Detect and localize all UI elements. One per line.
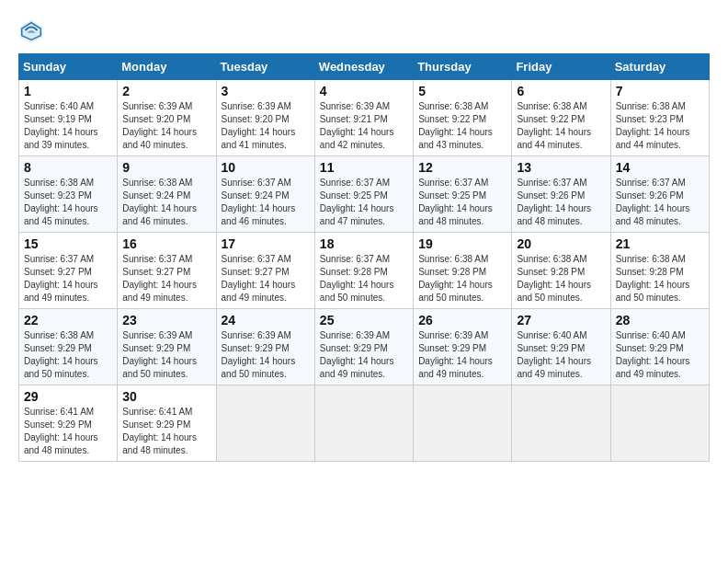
day-number: 25 bbox=[320, 313, 408, 327]
day-info: Sunrise: 6:37 AMSunset: 9:28 PMDaylight:… bbox=[320, 253, 408, 304]
day-info: Sunrise: 6:37 AMSunset: 9:26 PMDaylight:… bbox=[616, 177, 704, 228]
day-number: 21 bbox=[616, 236, 704, 251]
calendar-cell: 9Sunrise: 6:38 AMSunset: 9:24 PMDaylight… bbox=[118, 156, 216, 233]
calendar-cell: 10Sunrise: 6:37 AMSunset: 9:24 PMDayligh… bbox=[216, 156, 314, 233]
calendar-cell: 11Sunrise: 6:37 AMSunset: 9:25 PMDayligh… bbox=[314, 156, 413, 233]
calendar-cell: 2Sunrise: 6:39 AMSunset: 9:20 PMDaylight… bbox=[118, 80, 216, 156]
day-info: Sunrise: 6:38 AMSunset: 9:22 PMDaylight:… bbox=[517, 100, 605, 152]
day-number: 13 bbox=[517, 160, 605, 175]
day-info: Sunrise: 6:37 AMSunset: 9:27 PMDaylight:… bbox=[24, 253, 112, 304]
calendar-cell: 16Sunrise: 6:37 AMSunset: 9:27 PMDayligh… bbox=[118, 233, 216, 309]
calendar-week-row: 22Sunrise: 6:38 AMSunset: 9:29 PMDayligh… bbox=[19, 309, 710, 385]
day-info: Sunrise: 6:39 AMSunset: 9:20 PMDaylight:… bbox=[222, 100, 310, 152]
day-info: Sunrise: 6:39 AMSunset: 9:21 PMDaylight:… bbox=[320, 100, 408, 152]
day-number: 14 bbox=[616, 160, 704, 175]
day-number: 7 bbox=[616, 84, 704, 98]
calendar-table: SundayMondayTuesdayWednesdayThursdayFrid… bbox=[18, 53, 710, 462]
calendar-cell: 19Sunrise: 6:38 AMSunset: 9:28 PMDayligh… bbox=[414, 233, 512, 309]
calendar-cell: 7Sunrise: 6:38 AMSunset: 9:23 PMDaylight… bbox=[610, 80, 709, 156]
day-number: 10 bbox=[222, 160, 310, 175]
calendar-cell: 27Sunrise: 6:40 AMSunset: 9:29 PMDayligh… bbox=[512, 309, 610, 385]
day-number: 6 bbox=[517, 84, 605, 98]
weekday-header-wednesday: Wednesday bbox=[314, 54, 413, 80]
calendar-week-row: 15Sunrise: 6:37 AMSunset: 9:27 PMDayligh… bbox=[19, 233, 710, 309]
calendar-week-row: 1Sunrise: 6:40 AMSunset: 9:19 PMDaylight… bbox=[19, 80, 710, 156]
day-number: 27 bbox=[517, 313, 605, 327]
weekday-header-row: SundayMondayTuesdayWednesdayThursdayFrid… bbox=[19, 54, 710, 80]
day-number: 28 bbox=[616, 313, 704, 327]
day-number: 30 bbox=[122, 389, 210, 404]
day-number: 18 bbox=[320, 236, 408, 251]
day-info: Sunrise: 6:38 AMSunset: 9:28 PMDaylight:… bbox=[616, 253, 704, 304]
day-number: 19 bbox=[418, 236, 506, 251]
day-info: Sunrise: 6:37 AMSunset: 9:25 PMDaylight:… bbox=[418, 177, 506, 228]
day-info: Sunrise: 6:39 AMSunset: 9:20 PMDaylight:… bbox=[122, 100, 210, 152]
day-info: Sunrise: 6:37 AMSunset: 9:25 PMDaylight:… bbox=[320, 177, 408, 228]
day-number: 11 bbox=[320, 160, 408, 175]
day-info: Sunrise: 6:39 AMSunset: 9:29 PMDaylight:… bbox=[122, 329, 210, 381]
day-number: 8 bbox=[24, 160, 112, 175]
day-number: 9 bbox=[122, 160, 210, 175]
day-info: Sunrise: 6:37 AMSunset: 9:27 PMDaylight:… bbox=[222, 253, 310, 304]
weekday-header-saturday: Saturday bbox=[610, 54, 709, 80]
day-info: Sunrise: 6:38 AMSunset: 9:23 PMDaylight:… bbox=[24, 177, 112, 228]
day-number: 20 bbox=[517, 236, 605, 251]
calendar-cell: 1Sunrise: 6:40 AMSunset: 9:19 PMDaylight… bbox=[19, 80, 118, 156]
day-number: 26 bbox=[418, 313, 506, 327]
calendar-cell: 12Sunrise: 6:37 AMSunset: 9:25 PMDayligh… bbox=[414, 156, 512, 233]
day-number: 1 bbox=[24, 84, 112, 98]
day-info: Sunrise: 6:38 AMSunset: 9:29 PMDaylight:… bbox=[24, 329, 112, 381]
calendar-cell: 15Sunrise: 6:37 AMSunset: 9:27 PMDayligh… bbox=[19, 233, 118, 309]
day-number: 3 bbox=[222, 84, 310, 98]
weekday-header-friday: Friday bbox=[512, 54, 610, 80]
day-number: 17 bbox=[222, 236, 310, 251]
day-number: 22 bbox=[24, 313, 112, 327]
day-number: 5 bbox=[418, 84, 506, 98]
calendar-cell bbox=[216, 385, 314, 462]
day-number: 12 bbox=[418, 160, 506, 175]
calendar-cell: 29Sunrise: 6:41 AMSunset: 9:29 PMDayligh… bbox=[19, 385, 118, 462]
weekday-header-tuesday: Tuesday bbox=[216, 54, 314, 80]
day-number: 24 bbox=[222, 313, 310, 327]
calendar-cell: 8Sunrise: 6:38 AMSunset: 9:23 PMDaylight… bbox=[19, 156, 118, 233]
day-info: Sunrise: 6:41 AMSunset: 9:29 PMDaylight:… bbox=[122, 406, 210, 457]
day-info: Sunrise: 6:41 AMSunset: 9:29 PMDaylight:… bbox=[24, 406, 112, 457]
weekday-header-sunday: Sunday bbox=[19, 54, 118, 80]
calendar-cell: 21Sunrise: 6:38 AMSunset: 9:28 PMDayligh… bbox=[610, 233, 709, 309]
day-info: Sunrise: 6:37 AMSunset: 9:26 PMDaylight:… bbox=[517, 177, 605, 228]
general-blue-icon bbox=[18, 18, 44, 44]
day-info: Sunrise: 6:38 AMSunset: 9:28 PMDaylight:… bbox=[517, 253, 605, 304]
calendar-cell bbox=[414, 385, 512, 462]
day-info: Sunrise: 6:39 AMSunset: 9:29 PMDaylight:… bbox=[222, 329, 310, 381]
calendar-cell bbox=[512, 385, 610, 462]
day-info: Sunrise: 6:38 AMSunset: 9:28 PMDaylight:… bbox=[418, 253, 506, 304]
calendar-cell: 18Sunrise: 6:37 AMSunset: 9:28 PMDayligh… bbox=[314, 233, 413, 309]
calendar-cell: 17Sunrise: 6:37 AMSunset: 9:27 PMDayligh… bbox=[216, 233, 314, 309]
calendar-cell bbox=[314, 385, 413, 462]
calendar-cell: 5Sunrise: 6:38 AMSunset: 9:22 PMDaylight… bbox=[414, 80, 512, 156]
day-number: 4 bbox=[320, 84, 408, 98]
calendar-cell: 3Sunrise: 6:39 AMSunset: 9:20 PMDaylight… bbox=[216, 80, 314, 156]
day-number: 16 bbox=[122, 236, 210, 251]
calendar-cell: 6Sunrise: 6:38 AMSunset: 9:22 PMDaylight… bbox=[512, 80, 610, 156]
day-number: 15 bbox=[24, 236, 112, 251]
calendar-cell: 20Sunrise: 6:38 AMSunset: 9:28 PMDayligh… bbox=[512, 233, 610, 309]
day-number: 23 bbox=[122, 313, 210, 327]
logo bbox=[18, 18, 46, 44]
day-info: Sunrise: 6:38 AMSunset: 9:24 PMDaylight:… bbox=[122, 177, 210, 228]
day-info: Sunrise: 6:37 AMSunset: 9:24 PMDaylight:… bbox=[222, 177, 310, 228]
day-info: Sunrise: 6:37 AMSunset: 9:27 PMDaylight:… bbox=[122, 253, 210, 304]
calendar-cell: 23Sunrise: 6:39 AMSunset: 9:29 PMDayligh… bbox=[118, 309, 216, 385]
calendar-cell: 14Sunrise: 6:37 AMSunset: 9:26 PMDayligh… bbox=[610, 156, 709, 233]
page-header bbox=[18, 18, 710, 44]
day-info: Sunrise: 6:40 AMSunset: 9:29 PMDaylight:… bbox=[616, 329, 704, 381]
logo-inner bbox=[18, 18, 46, 44]
day-info: Sunrise: 6:40 AMSunset: 9:19 PMDaylight:… bbox=[24, 100, 112, 152]
calendar-cell: 28Sunrise: 6:40 AMSunset: 9:29 PMDayligh… bbox=[610, 309, 709, 385]
calendar-cell: 4Sunrise: 6:39 AMSunset: 9:21 PMDaylight… bbox=[314, 80, 413, 156]
day-info: Sunrise: 6:38 AMSunset: 9:22 PMDaylight:… bbox=[418, 100, 506, 152]
day-number: 29 bbox=[24, 389, 112, 404]
day-info: Sunrise: 6:39 AMSunset: 9:29 PMDaylight:… bbox=[418, 329, 506, 381]
calendar-cell: 30Sunrise: 6:41 AMSunset: 9:29 PMDayligh… bbox=[118, 385, 216, 462]
day-number: 2 bbox=[122, 84, 210, 98]
